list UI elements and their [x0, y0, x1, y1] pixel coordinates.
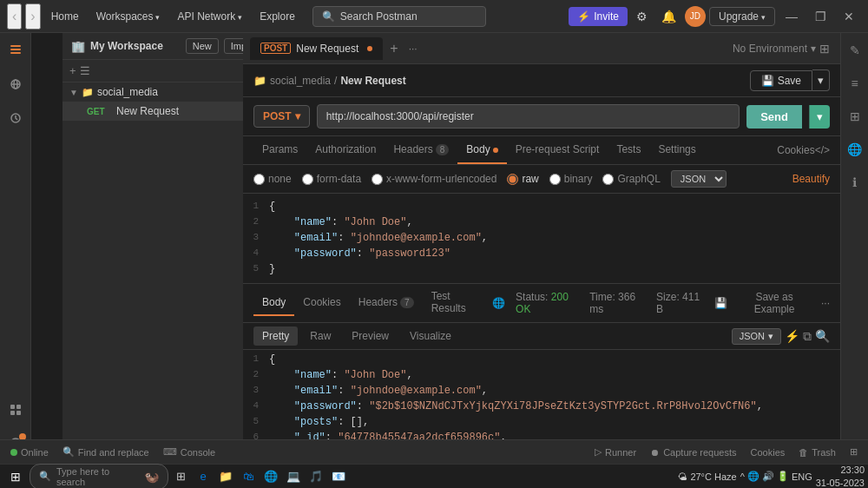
- save-as-example-button[interactable]: Save as Example: [738, 291, 811, 315]
- right-panel-icon-5[interactable]: ℹ: [849, 172, 860, 193]
- window-minimize[interactable]: —: [779, 6, 805, 27]
- body-binary-option[interactable]: binary: [549, 173, 593, 185]
- tab-headers[interactable]: Headers8: [385, 136, 457, 164]
- response-format-selector[interactable]: JSON ▾: [732, 328, 781, 345]
- invite-button[interactable]: ⚡ Invite: [569, 7, 628, 26]
- new-button[interactable]: New: [186, 38, 219, 54]
- tab-pre-request[interactable]: Pre-request Script: [507, 136, 608, 164]
- resp-subtab-visualize[interactable]: Visualize: [401, 326, 460, 346]
- sidebar-environments-icon[interactable]: [5, 74, 26, 97]
- svg-rect-7: [10, 405, 15, 409]
- search-response-button[interactable]: 🔍: [815, 329, 830, 343]
- body-form-data-option[interactable]: form-data: [302, 173, 361, 185]
- resp-subtab-pretty[interactable]: Pretty: [253, 326, 298, 346]
- window-close[interactable]: ✕: [837, 6, 861, 27]
- beautify-button[interactable]: Beautify: [792, 173, 830, 185]
- taskbar-search[interactable]: 🔍 Type here to search 🦦: [30, 464, 168, 489]
- save-dropdown-button[interactable]: ▾: [812, 69, 830, 91]
- resp-tab-body[interactable]: Body: [253, 290, 294, 316]
- capture-requests-item[interactable]: ⏺ Capture requests: [650, 447, 736, 458]
- battery-icon: 🔋: [777, 471, 789, 482]
- active-tab[interactable]: POST New Request: [250, 37, 383, 60]
- runner-item[interactable]: ▷ Runner: [595, 446, 636, 458]
- taskbar-icon-folder[interactable]: 📁: [215, 466, 236, 487]
- right-panel-icon-2[interactable]: ≡: [847, 73, 861, 94]
- taskbar-weather[interactable]: 🌤 27°C Haze: [678, 472, 736, 482]
- window-maximize[interactable]: ❐: [808, 6, 833, 27]
- environment-selector[interactable]: No Environment ▾: [733, 43, 816, 55]
- taskbar-icon-store[interactable]: 🛍: [238, 466, 259, 487]
- resp-tab-test-results[interactable]: Test Results: [423, 284, 492, 322]
- url-input[interactable]: [317, 104, 740, 129]
- right-panel-icon-1[interactable]: ✎: [846, 40, 864, 61]
- request-body-editor[interactable]: 1{ 2 "name": "John Doe", 3 "email": "joh…: [243, 194, 840, 283]
- cookies-button[interactable]: Cookies: [777, 144, 814, 156]
- right-panel-icon-3[interactable]: ⊞: [846, 106, 864, 127]
- env-icon-button[interactable]: ⊞: [816, 38, 833, 59]
- nav-back[interactable]: ‹: [7, 3, 22, 30]
- tab-tests[interactable]: Tests: [608, 136, 649, 164]
- response-more-button[interactable]: ···: [821, 297, 830, 309]
- sidebar-collections-icon[interactable]: [5, 40, 26, 63]
- add-tab-button[interactable]: +: [383, 37, 404, 60]
- body-raw-option[interactable]: raw: [507, 173, 538, 185]
- taskbar-icon-media[interactable]: 🎵: [306, 466, 326, 487]
- console-item[interactable]: ⌨ Console: [163, 446, 215, 458]
- body-none-option[interactable]: none: [253, 173, 292, 185]
- grid-icon[interactable]: ⊞: [850, 446, 858, 458]
- collection-item[interactable]: ▼ 📁 social_media: [62, 82, 273, 102]
- capture-icon: ⏺: [650, 447, 660, 458]
- resp-tab-headers[interactable]: Headers7: [350, 290, 423, 316]
- save-button[interactable]: 💾 Save: [750, 70, 812, 91]
- taskbar-icon-code[interactable]: 💻: [283, 466, 304, 487]
- start-button[interactable]: ⊞: [3, 468, 28, 485]
- list-view-icon[interactable]: ☰: [80, 64, 90, 77]
- method-selector[interactable]: POST ▾: [253, 105, 310, 128]
- bottom-bar: Online 🔍 Find and replace ⌨ Console ▷ Ru…: [0, 439, 868, 464]
- invite-icon: ⚡: [577, 10, 590, 23]
- taskbar-clock[interactable]: 23:30 31-05-2023: [816, 464, 865, 488]
- send-dropdown-button[interactable]: ▾: [809, 105, 830, 129]
- json-format-selector[interactable]: JSON: [671, 170, 727, 188]
- right-panel-icon-4[interactable]: 🌐: [844, 139, 865, 160]
- resp-tab-cookies[interactable]: Cookies: [294, 290, 349, 316]
- taskbar-icon-edge[interactable]: e: [193, 466, 214, 487]
- request-item[interactable]: GET New Request: [62, 102, 273, 121]
- nav-api-network[interactable]: API Network▾: [170, 7, 249, 26]
- add-collection-icon[interactable]: +: [69, 64, 76, 77]
- tab-body[interactable]: Body: [457, 136, 506, 164]
- nav-forward[interactable]: ›: [25, 3, 40, 30]
- tab-settings[interactable]: Settings: [649, 136, 704, 164]
- taskbar-icon-mail[interactable]: 📧: [328, 466, 349, 487]
- more-tabs-button[interactable]: ···: [405, 39, 421, 58]
- nav-explore[interactable]: Explore: [253, 7, 302, 26]
- taskbar: ⊞ 🔍 Type here to search 🦦 ⊞ e 📁 🛍 🌐 💻 🎵 …: [0, 464, 868, 488]
- resp-subtab-raw[interactable]: Raw: [301, 326, 339, 346]
- taskbar-icon-1[interactable]: ⊞: [170, 466, 191, 487]
- sidebar-history-icon[interactable]: [5, 108, 26, 131]
- avatar[interactable]: JD: [685, 6, 706, 27]
- cookies-item[interactable]: Cookies: [751, 447, 786, 458]
- tab-params[interactable]: Params: [253, 136, 306, 164]
- taskbar-sys-icons[interactable]: ^ 🌐 🔊 🔋 ENG: [740, 471, 812, 482]
- settings-icon[interactable]: ⚙: [631, 6, 653, 27]
- response-time: Time: 366 ms: [589, 291, 646, 315]
- online-status[interactable]: Online: [10, 447, 49, 458]
- body-urlencoded-option[interactable]: x-www-form-urlencoded: [372, 173, 496, 185]
- find-replace-item[interactable]: 🔍 Find and replace: [62, 446, 149, 458]
- nav-workspaces[interactable]: Workspaces▾: [89, 7, 168, 26]
- breadcrumb-collection[interactable]: social_media: [270, 75, 331, 87]
- notification-icon[interactable]: 🔔: [656, 6, 681, 27]
- upgrade-button[interactable]: Upgrade▾: [709, 7, 775, 26]
- taskbar-icon-browser[interactable]: 🌐: [260, 466, 281, 487]
- copy-response-button[interactable]: ⧉: [803, 329, 812, 344]
- tab-authorization[interactable]: Authorization: [306, 136, 385, 164]
- resp-subtab-preview[interactable]: Preview: [343, 326, 398, 346]
- code-snippet-button[interactable]: </>: [815, 144, 830, 156]
- nav-home[interactable]: Home: [44, 7, 86, 26]
- sidebar-apps-icon[interactable]: [5, 399, 26, 423]
- filter-icon[interactable]: ⚡: [785, 329, 799, 343]
- send-button[interactable]: Send: [746, 105, 802, 129]
- body-graphql-option[interactable]: GraphQL: [602, 173, 660, 185]
- trash-item[interactable]: 🗑 Trash: [799, 447, 836, 458]
